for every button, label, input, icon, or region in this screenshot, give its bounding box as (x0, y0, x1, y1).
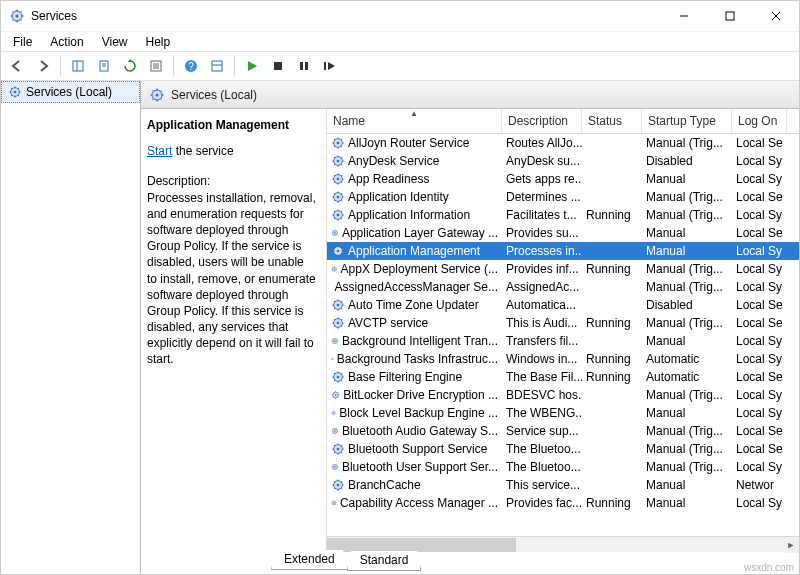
close-button[interactable] (753, 1, 799, 31)
grid-body[interactable]: AllJoyn Router ServiceRoutes AllJo...Man… (327, 134, 799, 536)
service-gear-icon (331, 460, 339, 474)
svg-rect-6 (73, 61, 83, 71)
svg-rect-20 (300, 62, 303, 70)
tab-extended[interactable]: Extended (271, 550, 348, 570)
service-gear-icon (331, 442, 345, 456)
maximize-button[interactable] (707, 1, 753, 31)
service-gear-icon (331, 136, 345, 150)
service-gear-icon (331, 370, 345, 384)
service-row[interactable]: Bluetooth Support ServiceThe Bluetoo...M… (327, 440, 799, 458)
menu-file[interactable]: File (5, 33, 40, 51)
service-row[interactable]: Background Intelligent Tran...Transfers … (327, 332, 799, 350)
watermark: wsxdn.com (744, 562, 794, 573)
horizontal-scrollbar[interactable]: ◄ ► (327, 536, 799, 552)
svg-rect-22 (324, 62, 326, 70)
service-gear-icon (331, 298, 345, 312)
service-gear-icon (331, 208, 345, 222)
service-row[interactable]: Application IdentityDetermines ...Manual… (327, 188, 799, 206)
service-gear-icon (331, 190, 345, 204)
service-row[interactable]: Application Layer Gateway ...Provides su… (327, 224, 799, 242)
start-service-link[interactable]: Start (147, 144, 172, 158)
service-row[interactable]: Bluetooth User Support Ser...The Bluetoo… (327, 458, 799, 476)
svg-rect-19 (274, 62, 282, 70)
col-desc[interactable]: Description (502, 109, 582, 133)
service-gear-icon (331, 352, 334, 366)
service-row[interactable]: AssignedAccessManager Se...AssignedAc...… (327, 278, 799, 296)
service-gear-icon (331, 226, 339, 240)
detail-service-name: Application Management (147, 117, 316, 133)
sort-indicator-icon: ▲ (410, 109, 418, 118)
back-button[interactable] (5, 54, 29, 78)
service-gear-icon (331, 334, 339, 348)
start-suffix: the service (172, 144, 233, 158)
properties-button[interactable] (144, 54, 168, 78)
tree-label: Services (Local) (26, 85, 112, 99)
service-row[interactable]: App ReadinessGets apps re...ManualLocal … (327, 170, 799, 188)
service-row[interactable]: Auto Time Zone UpdaterAutomatica...Disab… (327, 296, 799, 314)
service-gear-icon (331, 154, 345, 168)
forward-button[interactable] (31, 54, 55, 78)
menu-action[interactable]: Action (42, 33, 91, 51)
service-row[interactable]: Application InformationFacilitates t...R… (327, 206, 799, 224)
service-row[interactable]: AppX Deployment Service (...Provides inf… (327, 260, 799, 278)
service-gear-icon (331, 424, 339, 438)
svg-rect-21 (305, 62, 308, 70)
service-row[interactable]: AVCTP serviceThis is Audi...RunningManua… (327, 314, 799, 332)
service-gear-icon (331, 262, 338, 276)
scroll-right-icon[interactable]: ► (783, 537, 799, 553)
service-row[interactable]: Base Filtering EngineThe Base Fil...Runn… (327, 368, 799, 386)
tab-standard[interactable]: Standard (347, 551, 422, 571)
col-startup[interactable]: Startup Type (642, 109, 732, 133)
export-button[interactable] (92, 54, 116, 78)
service-gear-icon (331, 244, 345, 258)
stop-service-button[interactable] (266, 54, 290, 78)
pause-service-button[interactable] (292, 54, 316, 78)
restart-service-button[interactable] (318, 54, 342, 78)
svg-rect-3 (726, 12, 734, 20)
svg-text:?: ? (188, 61, 194, 72)
service-row[interactable]: Application ManagementProcesses in...Man… (327, 242, 799, 260)
minimize-button[interactable] (661, 1, 707, 31)
service-row[interactable]: Block Level Backup Engine ...The WBENG..… (327, 404, 799, 422)
window-title: Services (31, 9, 661, 23)
service-row[interactable]: Background Tasks Infrastruc...Windows in… (327, 350, 799, 368)
service-row[interactable]: Capability Access Manager ...Provides fa… (327, 494, 799, 512)
refresh-button[interactable] (118, 54, 142, 78)
service-gear-icon (331, 496, 337, 510)
help-button[interactable]: ? (179, 54, 203, 78)
description-text: Processes installation, removal, and enu… (147, 190, 316, 368)
show-hide-tree-button[interactable] (66, 54, 90, 78)
svg-rect-17 (212, 61, 222, 71)
service-gear-icon (331, 478, 345, 492)
service-gear-icon (331, 172, 345, 186)
tree-services-local[interactable]: Services (Local) (1, 81, 140, 103)
description-label: Description: (147, 173, 316, 189)
service-row[interactable]: AllJoyn Router ServiceRoutes AllJo...Man… (327, 134, 799, 152)
service-gear-icon (331, 316, 345, 330)
col-status[interactable]: Status (582, 109, 642, 133)
service-row[interactable]: Bluetooth Audio Gateway S...Service sup.… (327, 422, 799, 440)
grid-header: ▲Name Description Status Startup Type Lo… (327, 109, 799, 134)
header-gear-icon (149, 87, 165, 103)
col-name[interactable]: ▲Name (327, 109, 502, 133)
service-gear-icon (331, 406, 336, 420)
start-service-button[interactable] (240, 54, 264, 78)
scroll-thumb[interactable] (327, 538, 516, 552)
show-hide-action-button[interactable] (205, 54, 229, 78)
col-logon[interactable]: Log On (732, 109, 787, 133)
menu-view[interactable]: View (94, 33, 136, 51)
service-row[interactable]: BranchCacheThis service...ManualNetwor (327, 476, 799, 494)
service-row[interactable]: BitLocker Drive Encryption ...BDESVC hos… (327, 386, 799, 404)
header-label: Services (Local) (171, 88, 257, 102)
service-gear-icon (331, 388, 340, 402)
service-gear-icon (331, 280, 332, 294)
menu-help[interactable]: Help (138, 33, 179, 51)
service-row[interactable]: AnyDesk ServiceAnyDesk su...DisabledLoca… (327, 152, 799, 170)
services-icon (9, 8, 25, 24)
